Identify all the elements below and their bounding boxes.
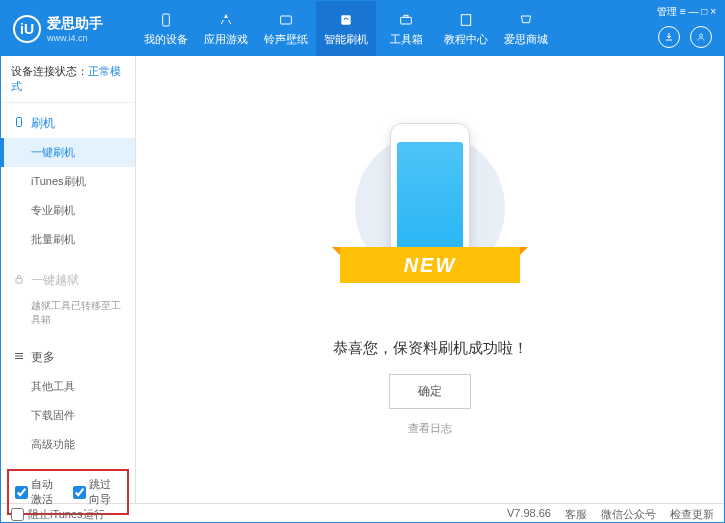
nav-my-device[interactable]: 我的设备 [136,1,196,56]
auto-activate-checkbox[interactable]: 自动激活 [15,477,63,507]
nav-ringtone[interactable]: 铃声壁纸 [256,1,316,56]
download-button[interactable] [658,26,680,48]
sidebar-item-other[interactable]: 其他工具 [1,372,135,401]
sidebar-item-advanced[interactable]: 高级功能 [1,430,135,459]
block-itunes-checkbox[interactable]: 阻止iTunes运行 [11,507,105,522]
lock-icon [13,273,25,288]
new-banner: NEW [340,247,520,283]
nav-tutorial[interactable]: 教程中心 [436,1,496,56]
sidebar-item-download[interactable]: 下载固件 [1,401,135,430]
skip-guide-checkbox[interactable]: 跳过向导 [73,477,121,507]
refresh-icon [337,11,355,29]
svg-rect-3 [401,17,412,24]
logo-icon: iU [13,15,41,43]
connection-status: 设备连接状态：正常模式 [1,56,135,103]
sidebar-item-pro[interactable]: 专业刷机 [1,196,135,225]
wechat-link[interactable]: 微信公众号 [601,507,656,522]
svg-rect-8 [16,279,22,284]
app-url: www.i4.cn [47,33,103,43]
svg-rect-5 [461,14,470,25]
app-name: 爱思助手 [47,15,103,33]
logo-area: iU 爱思助手 www.i4.cn [1,15,136,43]
apps-icon [217,11,235,29]
svg-rect-2 [341,15,350,24]
user-button[interactable] [690,26,712,48]
view-log-link[interactable]: 查看日志 [408,421,452,436]
sidebar-item-itunes[interactable]: iTunes刷机 [1,167,135,196]
window-controls[interactable]: 管理 ≡ — □ × [657,5,716,19]
nav-store[interactable]: 爱思商城 [496,1,556,56]
svg-point-6 [700,34,703,37]
sidebar-jailbreak-head: 一键越狱 [1,266,135,295]
jailbreak-note: 越狱工具已转移至工具箱 [1,295,135,331]
cart-icon [517,11,535,29]
menu-icon [13,350,25,365]
svg-rect-0 [163,14,170,26]
book-icon [457,11,475,29]
confirm-button[interactable]: 确定 [389,374,471,409]
svg-rect-4 [404,15,408,17]
support-link[interactable]: 客服 [565,507,587,522]
toolbox-icon [397,11,415,29]
phone-icon [13,116,25,131]
sidebar: 设备连接状态：正常模式 刷机 一键刷机 iTunes刷机 专业刷机 批量刷机 一… [1,56,136,503]
update-link[interactable]: 检查更新 [670,507,714,522]
main-content: NEW 恭喜您，保资料刷机成功啦！ 确定 查看日志 [136,56,724,503]
sidebar-item-batch[interactable]: 批量刷机 [1,225,135,254]
sidebar-flash-head[interactable]: 刷机 [1,109,135,138]
folder-icon [277,11,295,29]
main-nav: 我的设备 应用游戏 铃声壁纸 智能刷机 工具箱 教程中心 爱思商城 [136,1,556,56]
success-illustration: NEW [355,123,505,323]
success-message: 恭喜您，保资料刷机成功啦！ [333,339,528,358]
nav-flash[interactable]: 智能刷机 [316,1,376,56]
sidebar-item-oneclick[interactable]: 一键刷机 [1,138,135,167]
svg-rect-1 [281,16,292,24]
nav-toolbox[interactable]: 工具箱 [376,1,436,56]
sidebar-more-head[interactable]: 更多 [1,343,135,372]
phone-icon [157,11,175,29]
app-header: iU 爱思助手 www.i4.cn 我的设备 应用游戏 铃声壁纸 智能刷机 工具… [1,1,724,56]
version-label: V7.98.66 [507,507,551,522]
svg-rect-7 [17,118,22,127]
nav-apps[interactable]: 应用游戏 [196,1,256,56]
